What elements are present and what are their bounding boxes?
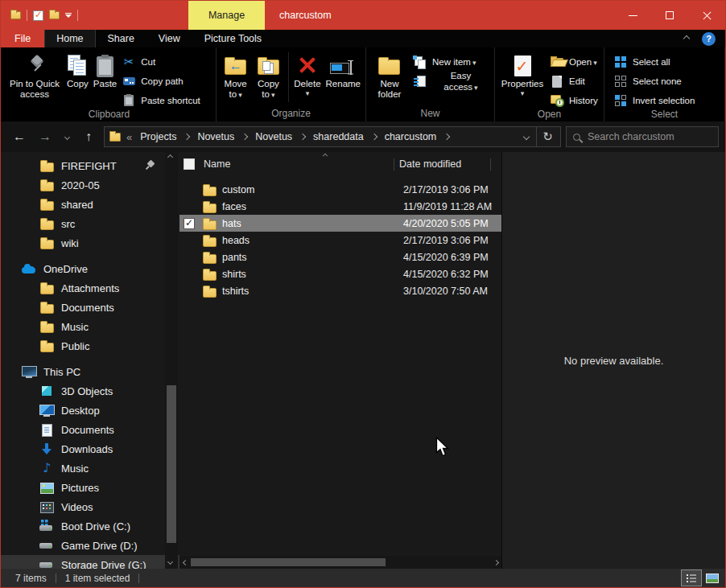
sidebar-item[interactable]: Pictures xyxy=(1,478,179,497)
column-separator[interactable] xyxy=(394,158,394,171)
breadcrumb-item[interactable]: Novetus xyxy=(196,131,236,142)
new-item-button[interactable]: New item xyxy=(410,54,492,70)
recent-locations-chevron-icon[interactable] xyxy=(60,126,73,147)
scroll-right-icon[interactable] xyxy=(490,561,501,565)
maximize-button[interactable] xyxy=(651,1,688,30)
sidebar-item[interactable]: src xyxy=(1,214,179,233)
scroll-down-icon[interactable] xyxy=(167,559,173,565)
tab-view[interactable]: View xyxy=(146,30,192,47)
select-none-button[interactable]: Select none xyxy=(611,73,697,89)
select-all-checkbox[interactable] xyxy=(184,158,195,170)
close-button[interactable] xyxy=(688,1,725,30)
breadcrumb-item[interactable]: Projects xyxy=(138,131,178,142)
up-arrow-icon[interactable]: ↑ xyxy=(78,126,99,147)
tab-picture-tools[interactable]: Picture Tools xyxy=(192,30,274,47)
file-row[interactable]: custom 2/17/2019 3:06 PM xyxy=(179,181,501,198)
row-checkbox[interactable] xyxy=(184,218,195,229)
details-view-button[interactable] xyxy=(682,570,701,586)
file-row[interactable]: tshirts 3/10/2020 7:50 AM xyxy=(179,282,501,299)
sidebar-item[interactable]: Public xyxy=(1,336,179,356)
cut-button[interactable]: Cut xyxy=(119,54,203,70)
search-box[interactable] xyxy=(566,126,719,147)
properties-button[interactable]: Properties xyxy=(497,50,547,96)
manage-contextual-tab[interactable]: Manage xyxy=(188,1,265,30)
sidebar-item[interactable]: Documents xyxy=(1,298,179,317)
column-header-date-modified[interactable]: Date modified xyxy=(399,158,461,170)
sidebar-item[interactable]: Documents xyxy=(1,420,179,439)
easy-access-button[interactable]: Easy access xyxy=(410,73,492,89)
sidebar-item[interactable]: shared xyxy=(1,195,179,214)
horizontal-scrollbar[interactable] xyxy=(179,556,501,569)
sidebar-item[interactable]: wiki xyxy=(1,233,179,253)
refresh-icon[interactable]: ↻ xyxy=(536,127,559,146)
sidebar-item[interactable]: Game Drive (D:) xyxy=(1,536,179,555)
thumbnail-view-button[interactable] xyxy=(703,570,722,586)
sidebar-item[interactable]: 2020-05 xyxy=(1,175,179,195)
tab-file[interactable]: File xyxy=(1,30,44,47)
breadcrumb-item[interactable]: Novetus xyxy=(254,131,294,142)
file-row[interactable]: faces 11/9/2019 11:28 AM xyxy=(179,198,501,215)
edit-button[interactable]: Edit xyxy=(547,73,600,89)
scrollbar-thumb[interactable] xyxy=(191,558,386,566)
help-icon[interactable]: ? xyxy=(702,32,716,46)
invert-selection-button[interactable]: Invert selection xyxy=(611,93,697,109)
column-separator[interactable] xyxy=(490,158,491,171)
minimize-button[interactable] xyxy=(614,1,651,30)
sidebar-item[interactable]: Desktop xyxy=(1,401,179,420)
sidebar-item[interactable]: Videos xyxy=(1,497,179,516)
sidebar-item[interactable]: OneDrive xyxy=(1,259,179,278)
breadcrumb-item[interactable]: charcustom xyxy=(383,131,439,142)
open-button[interactable]: Open xyxy=(547,54,600,70)
folder-icon[interactable] xyxy=(10,11,21,19)
breadcrumb-overflow[interactable]: « xyxy=(126,131,132,143)
chevron-right-icon[interactable] xyxy=(184,134,190,140)
back-arrow-icon[interactable]: ← xyxy=(9,126,30,147)
copy-path-button[interactable]: Copy path xyxy=(119,73,203,89)
history-button[interactable]: History xyxy=(547,93,600,109)
file-row[interactable]: hats 4/20/2020 5:05 PM xyxy=(179,215,501,232)
paste-button[interactable]: Paste xyxy=(91,50,119,89)
file-row[interactable]: shirts 4/15/2020 6:32 PM xyxy=(179,265,501,282)
copy-button[interactable]: Copy xyxy=(64,50,91,89)
tab-home[interactable]: Home xyxy=(44,30,95,47)
scrollbar-thumb[interactable] xyxy=(167,385,176,543)
sidebar-item[interactable]: Music xyxy=(1,458,179,478)
customize-qat-dropdown-icon[interactable] xyxy=(65,13,72,18)
pin-to-quick-access-button[interactable]: Pin to Quick access xyxy=(5,50,64,100)
sidebar-item[interactable]: Attachments xyxy=(1,278,179,298)
move-to-button[interactable]: Move to xyxy=(219,50,252,100)
sidebar-scrollbar[interactable] xyxy=(165,152,178,569)
rename-button[interactable]: Rename xyxy=(324,50,363,89)
chevron-right-icon[interactable] xyxy=(370,134,377,140)
column-header-name[interactable]: Name xyxy=(204,158,230,170)
sidebar-item[interactable]: 3D Objects xyxy=(1,381,179,401)
copy-to-button[interactable]: Copy to xyxy=(252,50,284,100)
tab-share[interactable]: Share xyxy=(96,30,146,47)
address-dropdown-icon[interactable] xyxy=(517,134,536,139)
sidebar-item-label: src xyxy=(61,218,75,230)
search-input[interactable] xyxy=(588,131,712,142)
sidebar-item[interactable]: This PC xyxy=(1,362,179,381)
collapse-ribbon-icon[interactable] xyxy=(683,35,690,42)
sidebar-item[interactable]: Music xyxy=(1,317,179,336)
forward-arrow-icon[interactable]: → xyxy=(35,126,56,147)
scroll-left-icon[interactable] xyxy=(179,561,191,565)
properties-check-icon[interactable] xyxy=(33,10,43,21)
file-row[interactable]: heads 2/17/2019 3:06 PM xyxy=(179,232,501,249)
chevron-right-icon[interactable] xyxy=(299,134,306,140)
chevron-right-icon[interactable] xyxy=(443,134,450,140)
chevron-right-icon[interactable] xyxy=(241,134,248,140)
folder-icon[interactable] xyxy=(49,11,60,19)
delete-button[interactable]: Delete xyxy=(291,50,323,96)
file-row[interactable]: pants 4/15/2020 6:39 PM xyxy=(179,249,501,265)
address-field[interactable]: « Projects Novetus Novetus xyxy=(104,126,561,147)
select-all-button[interactable]: Select all xyxy=(611,54,697,70)
sidebar-item[interactable]: Boot Drive (C:) xyxy=(1,516,179,536)
sidebar-item[interactable]: Downloads xyxy=(1,439,179,458)
scroll-up-icon[interactable] xyxy=(167,154,173,160)
sidebar-item[interactable]: Storage Drive (G:) xyxy=(1,555,179,569)
paste-shortcut-button[interactable]: Paste shortcut xyxy=(119,93,203,109)
breadcrumb-item[interactable]: shareddata xyxy=(311,131,365,142)
sidebar-item[interactable]: FIREFIGHT xyxy=(1,156,179,175)
new-folder-button[interactable]: New folder xyxy=(369,50,410,100)
